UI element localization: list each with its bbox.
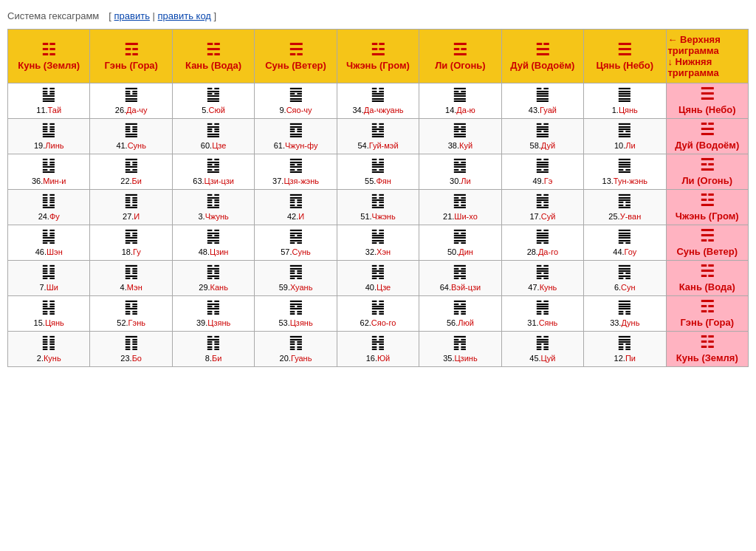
hexagram-link[interactable]: Бо <box>132 354 142 363</box>
hexagram-cell: ䷃4.Мэн <box>90 261 172 296</box>
hexagram-link[interactable]: Ши-хо <box>454 212 477 221</box>
hexagram-link[interactable]: Да-чу <box>126 106 147 114</box>
hexagram-link[interactable]: Сунь <box>128 141 146 150</box>
hexagram-link[interactable]: Гуань <box>291 354 312 363</box>
hexagram-cell: ䷊11.Тай <box>8 83 90 119</box>
hexagram-link[interactable]: Цзин <box>210 247 228 256</box>
hexagram-link[interactable]: Куй <box>459 141 472 150</box>
hexagram-link[interactable]: Гоу <box>625 247 637 256</box>
hexagram-symbol: ䷈ <box>256 86 334 103</box>
hexagram-cell: ䷈9.Сяо-чу <box>255 83 337 119</box>
hexagram-link[interactable]: Цзинь <box>454 354 477 363</box>
hexagram-link[interactable]: Да-го <box>538 247 558 256</box>
hexagram-label: 58.Дуй <box>530 141 556 150</box>
hexagram-link[interactable]: У-ван <box>620 212 642 221</box>
hexagram-link[interactable]: Сюй <box>209 106 225 114</box>
hexagram-link[interactable]: Фу <box>49 212 60 221</box>
hexagram-link[interactable]: Ши <box>47 283 58 292</box>
hexagram-link[interactable]: Гу <box>133 247 141 256</box>
hexagram-symbol: ䷟ <box>339 228 417 244</box>
hexagram-link[interactable]: Цзе <box>212 141 226 150</box>
hexagram-label: 46.Шэн <box>35 247 63 256</box>
hexagram-label: 49.Гэ <box>532 177 552 185</box>
hexagram-link[interactable]: Гэ <box>544 177 553 185</box>
hexagram-link[interactable]: Гуй-мэй <box>369 141 399 150</box>
col-label-6: Дуй (Водоём) <box>510 60 574 71</box>
hexagram-link[interactable]: Дунь <box>621 318 639 327</box>
hexagram-symbol: ䷊ <box>10 86 88 103</box>
hexagram-label: 19.Линь <box>34 141 63 150</box>
col-header-6: ☱ Дуй (Водоём) <box>501 30 583 83</box>
hexagram-link[interactable]: Да-чжуань <box>364 106 404 114</box>
hexagram-link[interactable]: Суй <box>541 212 556 221</box>
hexagram-link[interactable]: Би <box>132 177 142 185</box>
hexagram-link[interactable]: И <box>134 212 140 221</box>
hexagram-link[interactable]: Сяо-чу <box>286 106 312 114</box>
hexagram-label: 61.Чжун-фу <box>274 141 318 150</box>
edit-code-link[interactable]: править код <box>158 10 211 21</box>
hexagram-link[interactable]: Цуй <box>541 354 556 363</box>
hexagram-label: 16.Юй <box>366 354 391 363</box>
hexagram-link[interactable]: Тай <box>48 106 62 114</box>
hexagram-link[interactable]: Цзянь <box>207 318 230 327</box>
hexagram-link[interactable]: Хуань <box>290 283 312 292</box>
hexagram-link[interactable]: Цзе <box>377 283 391 292</box>
hexagram-link[interactable]: Хэн <box>377 247 391 256</box>
column-header-row: ☷ Кунь (Земля) ☶ Гэнь (Гора) ☵ Кань (Вод… <box>8 30 749 83</box>
hexagram-link[interactable]: Кунь <box>44 354 61 363</box>
hexagram-link[interactable]: Сун <box>621 283 636 292</box>
col-symbol-7: ☰ <box>585 42 664 58</box>
hexagram-link[interactable]: Ли <box>461 177 470 185</box>
hexagram-link[interactable]: Люй <box>458 318 474 327</box>
hexagram-link[interactable]: Сяо-го <box>371 318 396 327</box>
hexagram-link[interactable]: Цянь <box>619 106 638 114</box>
hexagram-link[interactable]: Шэн <box>47 247 63 256</box>
hexagram-label: 54.Гуй-мэй <box>357 141 398 150</box>
hexagram-symbol: ䷓ <box>256 335 334 351</box>
hexagram-symbol: ䷸ <box>256 228 334 244</box>
hexagram-link[interactable]: Пи <box>625 354 636 363</box>
hexagram-link[interactable]: Би <box>212 354 221 363</box>
hexagram-link[interactable]: Тун-жэнь <box>614 177 647 185</box>
hexagram-label: 33.Дунь <box>610 318 639 327</box>
hexagram-link[interactable]: Цзи-цзи <box>205 177 234 185</box>
hexagram-label: 44.Гоу <box>613 247 636 256</box>
hexagram-cell: ䷘25.У-ван <box>584 190 666 225</box>
hexagram-label: 3.Чжунь <box>198 212 228 221</box>
hexagram-symbol: ䷴ <box>256 299 334 315</box>
hexagram-link[interactable]: Ли <box>625 141 635 150</box>
hexagram-link[interactable]: Мин-и <box>43 177 66 185</box>
col-header-3: ☴ Сунь (Ветер) <box>255 30 337 83</box>
hexagram-link[interactable]: Дин <box>458 247 473 256</box>
hexagram-link[interactable]: Чжунь <box>205 212 229 221</box>
hexagram-cell: ䷬45.Цуй <box>501 332 583 367</box>
hexagram-link[interactable]: Сянь <box>539 318 558 327</box>
hexagram-link[interactable]: Сунь <box>292 247 311 256</box>
hexagram-link[interactable]: Цзя-жэнь <box>284 177 319 185</box>
hexagram-label: 7.Ши <box>40 283 58 292</box>
hexagram-link[interactable]: Юй <box>377 354 390 363</box>
hexagram-link[interactable]: И <box>298 212 304 221</box>
hexagram-symbol: ䷫ <box>585 228 664 244</box>
hexagram-link[interactable]: Гуай <box>540 106 557 114</box>
hexagram-link[interactable]: Линь <box>45 141 63 150</box>
hexagram-link[interactable]: Дуй <box>541 141 555 150</box>
hexagram-link[interactable]: Вэй-цзи <box>451 283 481 292</box>
hexagram-symbol: ䷶ <box>339 157 417 174</box>
hexagram-label: 40.Цзе <box>365 283 391 292</box>
edit-link[interactable]: править <box>114 10 150 21</box>
hexagram-link[interactable]: Чжэнь <box>372 212 396 221</box>
hexagram-link[interactable]: Да-ю <box>456 106 475 114</box>
hexagram-link[interactable]: Чжун-фу <box>285 141 317 150</box>
hexagram-link[interactable]: Кунь <box>540 283 557 292</box>
hexagram-link[interactable]: Гэнь <box>128 318 145 327</box>
hexagram-link[interactable]: Кань <box>210 283 228 292</box>
hexagram-symbol: ䷉ <box>585 122 664 138</box>
hexagram-link[interactable]: Мэн <box>127 283 142 292</box>
row-symbol: ☲ <box>668 157 747 174</box>
hexagram-link[interactable]: Фян <box>376 177 391 185</box>
hexagram-link[interactable]: Цзянь <box>290 318 313 327</box>
hexagram-link[interactable]: Цянь <box>45 318 64 327</box>
hexagram-cell: ䷧40.Цзе <box>337 261 419 296</box>
hexagram-label: 60.Цзе <box>201 141 226 150</box>
